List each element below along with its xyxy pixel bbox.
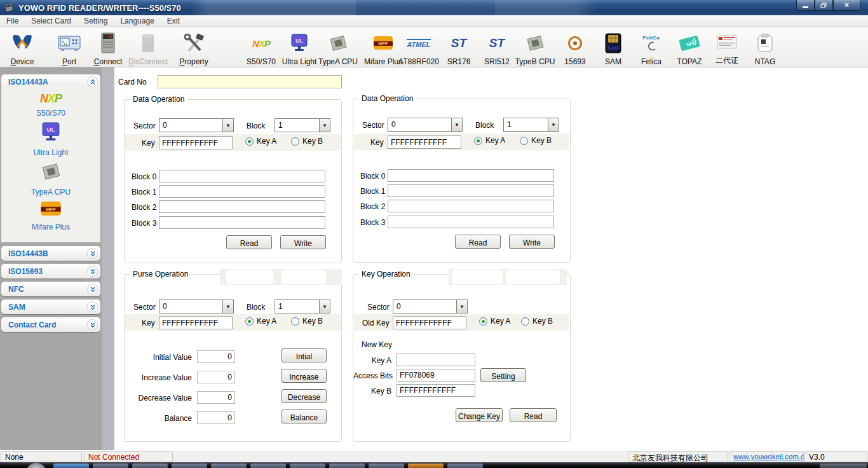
read-button[interactable]: Read	[455, 235, 501, 249]
key-input[interactable]	[159, 316, 233, 329]
taskbar-button[interactable]	[93, 464, 128, 468]
expand-chevron-icon[interactable]	[87, 319, 98, 330]
block3-input[interactable]	[159, 216, 325, 229]
key-b-radio[interactable]: Key B	[291, 317, 323, 326]
taskbar-button[interactable]	[329, 464, 365, 468]
block2-input[interactable]	[159, 200, 325, 213]
old-key-input[interactable]	[393, 316, 466, 329]
minimize-button[interactable]	[796, 0, 815, 11]
menu-exit[interactable]: Exit	[161, 15, 186, 27]
expand-chevron-icon[interactable]	[87, 248, 98, 259]
expand-chevron-icon[interactable]	[87, 284, 98, 294]
key-a-radio[interactable]: Key A	[245, 317, 276, 326]
sector-combo[interactable]: 0 ▼	[393, 299, 468, 313]
sector-combo[interactable]: 0 ▼	[159, 299, 234, 313]
write-button[interactable]: Write	[509, 235, 555, 249]
combo-arrow-icon[interactable]: ▼	[222, 300, 233, 313]
initial-button[interactable]: Intial	[281, 348, 327, 362]
taskbar-button[interactable]	[172, 464, 207, 468]
key-a-radio[interactable]: Key A	[479, 317, 510, 326]
block1-input[interactable]	[159, 185, 325, 198]
menu-language[interactable]: Language	[114, 15, 160, 27]
menu-select-card[interactable]: Select Card	[25, 15, 78, 27]
access-bits-input[interactable]	[397, 369, 475, 382]
block-combo[interactable]: 1 ▼	[275, 118, 330, 132]
key-b-radio[interactable]: Key B	[521, 317, 553, 326]
sidebar-panel-nfc[interactable]: NFC	[1, 282, 100, 296]
block2-input[interactable]	[388, 200, 554, 212]
card-no-input[interactable]	[158, 75, 342, 88]
restore-button[interactable]	[815, 0, 833, 11]
combo-arrow-icon[interactable]: ▼	[319, 119, 330, 132]
combo-arrow-icon[interactable]: ▼	[319, 300, 330, 313]
taskbar-button[interactable]	[132, 464, 168, 468]
block1-input[interactable]	[388, 184, 554, 197]
decrease-value-input[interactable]	[197, 391, 235, 404]
toolbar-device-button[interactable]: Device	[0, 29, 44, 66]
toolbar-ultralight-button[interactable]: UL Ultra Light	[277, 29, 322, 66]
status-website-link[interactable]: www.youwokeji.com.cn	[729, 451, 804, 462]
combo-arrow-icon[interactable]: ▼	[451, 118, 462, 131]
sidebar-panel-contact-card[interactable]: Contact Card	[1, 317, 100, 332]
combo-arrow-icon[interactable]: ▼	[456, 300, 467, 313]
sidebar-item-ultralight[interactable]: UL Ultra Light	[34, 122, 69, 157]
new-key-a-input[interactable]	[397, 354, 475, 366]
sector-combo[interactable]: 0 ▼	[388, 118, 463, 132]
key-b-radio[interactable]: Key B	[520, 136, 552, 145]
sidebar-panel-sam[interactable]: SAM	[1, 299, 100, 314]
toolbar-at88rf020-button[interactable]: ATMEL AT88RF020	[395, 29, 442, 66]
taskbar-button[interactable]	[250, 464, 286, 468]
read-button[interactable]: Read	[226, 235, 272, 249]
block0-input[interactable]	[159, 170, 325, 182]
sidebar-item-mifare-plus[interactable]: MFP Mifare Plus	[32, 201, 70, 231]
sidebar-item-typea-cpu[interactable]: TypeA CPU	[31, 162, 71, 196]
toolbar-ntag-button[interactable]: NTAG	[743, 29, 787, 66]
start-button[interactable]	[25, 463, 47, 468]
block0-input[interactable]	[388, 169, 554, 182]
taskbar-button[interactable]	[408, 464, 444, 468]
write-button[interactable]: Write	[280, 235, 326, 249]
key-input[interactable]	[159, 136, 233, 149]
taskbar-button[interactable]	[447, 464, 483, 468]
expand-chevron-icon[interactable]	[87, 301, 98, 312]
sidebar-splitter[interactable]	[102, 67, 114, 450]
increase-value-input[interactable]	[197, 371, 235, 383]
toolbar-typea-cpu-button[interactable]: TypeA CPU	[316, 29, 360, 66]
sidebar-panel-iso14443b[interactable]: ISO14443B	[1, 246, 100, 261]
new-key-b-input[interactable]	[397, 384, 475, 397]
combo-arrow-icon[interactable]: ▼	[222, 119, 233, 132]
read-button[interactable]: Read	[510, 408, 557, 422]
key-a-radio[interactable]: Key A	[474, 136, 505, 145]
menu-setting[interactable]: Setting	[78, 15, 114, 27]
sidebar-item-s50s70[interactable]: NXP S50/S70	[36, 92, 65, 118]
key-a-radio[interactable]: Key A	[245, 137, 276, 146]
expand-chevron-icon[interactable]	[87, 266, 98, 277]
sector-combo[interactable]: 0 ▼	[159, 118, 234, 132]
toolbar-disconnect-button[interactable]: DisConnect	[126, 29, 170, 66]
taskbar-button[interactable]	[211, 464, 247, 468]
sidebar-panel-iso15693[interactable]: ISO15693	[1, 264, 100, 279]
taskbar-button[interactable]	[290, 464, 325, 468]
initial-value-input[interactable]	[197, 350, 235, 363]
key-input[interactable]	[388, 135, 461, 149]
toolbar-property-button[interactable]: Property	[172, 29, 216, 66]
block3-input[interactable]	[388, 216, 554, 228]
taskbar-button[interactable]	[369, 464, 404, 468]
block-combo[interactable]: 1 ▼	[503, 118, 559, 132]
toolbar-typeb-cpu-button[interactable]: TypeB CPU	[513, 29, 557, 66]
key-b-radio[interactable]: Key B	[291, 137, 323, 146]
balance-input[interactable]	[197, 411, 235, 424]
decrease-button[interactable]: Decrease	[281, 389, 327, 403]
menu-file[interactable]: File	[0, 15, 25, 27]
close-button[interactable]: ×	[833, 0, 860, 11]
taskbar-tray[interactable]	[820, 464, 867, 468]
toolbar-port-button[interactable]: Port	[47, 29, 92, 66]
increase-button[interactable]: Increase	[281, 369, 327, 383]
collapse-chevron-icon[interactable]	[87, 76, 98, 87]
combo-arrow-icon[interactable]: ▼	[548, 118, 559, 131]
taskbar-button[interactable]	[53, 464, 89, 468]
change-key-button[interactable]: Change Key	[456, 408, 503, 422]
setting-button[interactable]: Setting	[480, 368, 526, 382]
block-combo[interactable]: 1 ▼	[275, 299, 330, 313]
toolbar-connect-button[interactable]: Connect	[86, 29, 130, 66]
